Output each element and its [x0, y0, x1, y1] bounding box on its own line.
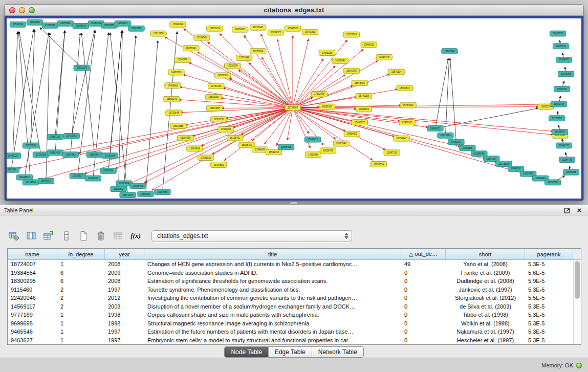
graph-node[interactable]: 20768395: [460, 145, 475, 151]
graph-node[interactable]: 16058341: [183, 46, 199, 51]
tab-network-table[interactable]: Network Table: [312, 347, 363, 357]
graph-node[interactable]: 18246790: [343, 68, 359, 74]
table-row[interactable]: 1938455462009Genome–wide association stu…: [8, 269, 573, 277]
graph-node[interactable]: 20571938: [23, 143, 38, 148]
row-height-icon[interactable]: [59, 229, 73, 243]
graph-node[interactable]: 16284759: [178, 135, 193, 141]
graph-node[interactable]: 20684129: [100, 168, 116, 173]
graph-node[interactable]: 17315984: [305, 152, 321, 158]
graph-node[interactable]: 16954803: [344, 131, 360, 137]
graph-node[interactable]: 19568204: [138, 191, 154, 197]
graph-node[interactable]: 16713958: [150, 31, 166, 36]
graph-node[interactable]: 20453128: [550, 31, 565, 36]
edit-table-icon[interactable]: [42, 229, 55, 243]
graph-node[interactable]: 19362054: [7, 167, 19, 172]
graph-node[interactable]: 16740258: [356, 93, 372, 99]
graph-node[interactable]: 14687203: [168, 70, 184, 75]
graph-node[interactable]: 17428365: [399, 120, 415, 125]
graph-node[interactable]: 17650834: [371, 162, 386, 167]
graph-node[interactable]: 19275830: [57, 20, 73, 26]
graph-node[interactable]: 19826574: [553, 43, 569, 49]
delete-table-icon[interactable]: [94, 229, 107, 243]
graph-node[interactable]: 15731648: [166, 110, 182, 116]
graph-node[interactable]: 16591732: [266, 149, 281, 155]
graph-node[interactable]: 18215647: [250, 25, 266, 30]
graph-node[interactable]: 20096485: [130, 183, 146, 189]
graph-node[interactable]: 18724007: [285, 105, 300, 111]
graph-node[interactable]: 16089357: [319, 104, 335, 110]
graph-node[interactable]: 15239478: [376, 54, 392, 60]
close-window-button[interactable]: [9, 7, 15, 13]
graph-node[interactable]: 19124756: [23, 180, 38, 185]
graph-node[interactable]: 16350947: [394, 136, 409, 141]
function-builder-icon[interactable]: f(x): [129, 229, 142, 243]
graph-node[interactable]: 16875304: [388, 69, 404, 75]
graph-node[interactable]: 14526301: [215, 73, 231, 78]
close-panel-icon[interactable]: ×: [575, 206, 584, 214]
graph-node[interactable]: 18825174: [207, 26, 223, 31]
column-header-title[interactable]: title: [144, 249, 401, 259]
graph-node[interactable]: 20148573: [16, 174, 32, 180]
graph-node[interactable]: 15345417: [304, 137, 320, 142]
graph-node[interactable]: 20935817: [70, 173, 85, 179]
graph-node[interactable]: 19508237: [115, 20, 130, 26]
graph-node[interactable]: 19348265: [558, 71, 574, 77]
graph-node[interactable]: 20415763: [63, 133, 79, 139]
window-titlebar[interactable]: citations_edges.txt: [5, 5, 583, 16]
graph-node[interactable]: 19284756: [559, 157, 575, 163]
graph-node[interactable]: 20193756: [155, 189, 170, 195]
graph-node[interactable]: 19173528: [496, 161, 512, 167]
graph-node[interactable]: 19638402: [552, 129, 568, 135]
graph-node[interactable]: 17204586: [194, 35, 210, 40]
column-header-out-degree[interactable]: △ out_de…: [401, 249, 446, 259]
minimize-window-button[interactable]: [19, 7, 25, 13]
graph-node[interactable]: 19650841: [86, 152, 102, 158]
graph-node[interactable]: 20941275: [556, 143, 572, 148]
graph-node[interactable]: 17135278: [225, 63, 241, 69]
table-row[interactable]: 911546021997Tourette syndrome. Phenomeno…: [8, 286, 573, 294]
graph-node[interactable]: 20863419: [47, 150, 63, 156]
table-options-icon[interactable]: [7, 229, 20, 243]
zoom-window-button[interactable]: [29, 7, 35, 13]
column-header-year[interactable]: year: [105, 249, 144, 259]
show-columns-icon[interactable]: [25, 229, 38, 243]
graph-node[interactable]: 16272874: [250, 49, 266, 54]
table-row[interactable]: 969969511998Structural magnetic resonanc…: [8, 319, 573, 328]
graph-node[interactable]: 15367058: [207, 105, 223, 111]
graph-node[interactable]: 20551039: [74, 65, 90, 71]
graph-node[interactable]: 20871453: [120, 192, 136, 198]
graph-node[interactable]: 17864250: [361, 42, 377, 48]
table-row[interactable]: 1872400712008Changes of HCN gene express…: [8, 260, 573, 269]
graph-node[interactable]: 17583026: [198, 155, 214, 161]
table-row[interactable]: 1456911722003Disruption of a novel membe…: [8, 302, 573, 311]
table-row[interactable]: 2242004622012Investigating the contribut…: [8, 294, 573, 302]
graph-node[interactable]: 19452871: [448, 139, 464, 145]
graph-node[interactable]: 19864203: [427, 126, 443, 132]
graph-node[interactable]: 17999354: [218, 126, 234, 132]
graph-node[interactable]: 15873462: [352, 80, 367, 86]
graph-node[interactable]: 20846291: [508, 166, 524, 171]
graph-node[interactable]: 15926834: [187, 146, 203, 151]
graph-node[interactable]: 20687154: [554, 86, 570, 92]
graph-node[interactable]: 15764820: [400, 102, 416, 108]
graph-node[interactable]: 12754215: [208, 83, 224, 89]
import-table-icon[interactable]: [112, 229, 125, 243]
graph-node[interactable]: 16527093: [343, 32, 359, 37]
graph-node[interactable]: 15342876: [175, 57, 190, 62]
graph-node[interactable]: 15825348: [236, 55, 252, 60]
graph-node[interactable]: 15345416: [278, 144, 294, 150]
graph-node[interactable]: 20398146: [73, 23, 89, 29]
table-row[interactable]: 977716911998Corpus callosum shape and si…: [8, 311, 573, 319]
graph-node[interactable]: 17458962: [165, 83, 181, 89]
graph-node[interactable]: 16815236: [206, 94, 222, 100]
graph-node[interactable]: 18042365: [170, 123, 186, 129]
graph-node[interactable]: 18096532: [397, 85, 412, 91]
graph-node[interactable]: 16125492: [227, 135, 243, 141]
graph-node[interactable]: 16204375: [268, 30, 284, 35]
graph-node[interactable]: 15987216: [384, 150, 400, 156]
graph-node[interactable]: 19486025: [7, 153, 21, 159]
graph-node[interactable]: 19057342: [62, 152, 78, 158]
graph-node[interactable]: 21054382: [556, 57, 572, 62]
graph-node[interactable]: 20549317: [38, 178, 54, 184]
graph-node[interactable]: 20175863: [549, 116, 564, 121]
